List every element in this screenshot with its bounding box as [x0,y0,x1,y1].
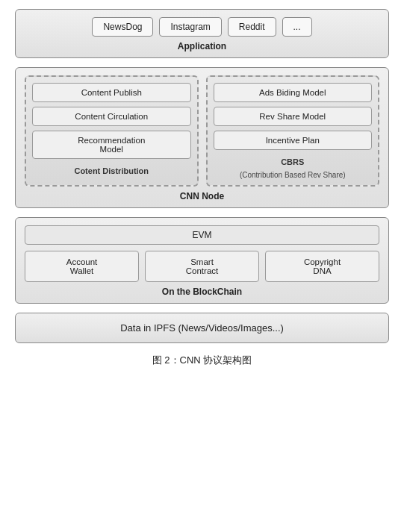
application-layer: NewsDog Instagram Reddit ... Application [15,9,389,58]
app-instagram: Instagram [159,17,221,37]
diagram-caption: 图 2：CNN 协议架构图 [152,354,252,367]
app-label: Application [25,41,379,51]
cbrs-sublabel: (Contribution Based Rev Share) [240,171,346,179]
smart-contract-box: Smart Contract [145,251,259,282]
content-publish-box: Content Publish [32,83,191,102]
recommendation-model-box: Recommendation Model [32,131,191,159]
cbrs-boxes: Ads Biding Model Rev Share Model Incenti… [214,83,373,150]
cnn-label: CNN Node [25,191,379,201]
content-distribution-panel: Content Publish Content Circulation Reco… [25,75,199,187]
content-distribution-label: Cotent Distribution [74,166,149,175]
cnn-layer: Content Publish Content Circulation Reco… [15,67,389,208]
blockchain-label: On the BlockChain [25,287,379,297]
app-reddit: Reddit [228,17,276,37]
account-wallet-box: Account Wallet [25,251,139,282]
blockchain-layer: EVM Account Wallet Smart Contract Copyri… [15,217,389,304]
content-distribution-boxes: Content Publish Content Circulation Reco… [32,83,191,159]
cnn-inner: Content Publish Content Circulation Reco… [25,75,379,187]
ipfs-layer: Data in IPFS (News/Videos/Images...) [15,313,389,343]
app-row: NewsDog Instagram Reddit ... [25,17,379,37]
ads-biding-box: Ads Biding Model [214,83,373,102]
app-newsdog: NewsDog [92,17,153,37]
chain-boxes-row: Account Wallet Smart Contract Copyright … [25,251,379,282]
rev-share-box: Rev Share Model [214,107,373,126]
content-circulation-box: Content Circulation [32,107,191,126]
cbrs-label: CBRS [281,157,304,166]
app-more: ... [282,17,312,37]
copyright-dna-box: Copyright DNA [265,251,379,282]
cbrs-panel: Ads Biding Model Rev Share Model Incenti… [206,75,380,187]
evm-box: EVM [25,225,379,245]
incentive-plan-box: Incentive Plan [214,131,373,150]
